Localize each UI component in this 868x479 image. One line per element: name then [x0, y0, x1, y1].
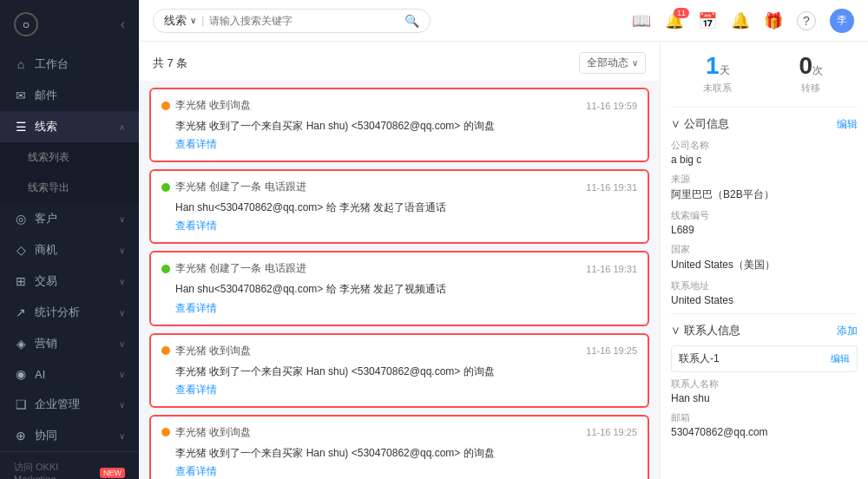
- feed-card: 李光猪 收到询盘 11-16 19:59 李光猪 收到了一个来自买家 Han s…: [149, 88, 649, 162]
- sidebar-item-customers[interactable]: ◎ 客户 ∨: [0, 203, 139, 234]
- calendar-icon-button[interactable]: 📅: [698, 11, 717, 30]
- contact-add-button[interactable]: 添加: [837, 324, 858, 338]
- sidebar-item-ai[interactable]: ◉ AI ∨: [0, 359, 139, 389]
- feed-filter-button[interactable]: 全部动态 ∨: [579, 52, 646, 74]
- sidebar-collapse-button[interactable]: ‹: [121, 16, 125, 32]
- help-icon-button[interactable]: ?: [797, 11, 816, 30]
- sidebar-item-mail[interactable]: ✉ 邮件: [0, 80, 139, 111]
- feed-list: 李光猪 收到询盘 11-16 19:59 李光猪 收到了一个来自买家 Han s…: [139, 81, 660, 479]
- feed-card-header: 李光猪 创建了一条 电话跟进 11-16 19:31: [161, 180, 637, 194]
- contact-section-header: ∨ 联系人信息 添加: [671, 323, 858, 338]
- feed-card-link[interactable]: 查看详情: [175, 301, 217, 316]
- leads-id-row: 线索编号 L689: [671, 209, 858, 236]
- feed-card-header: 李光猪 收到询盘 11-16 19:25: [161, 425, 637, 440]
- search-icon[interactable]: 🔍: [404, 14, 419, 28]
- sidebar-item-leads-list[interactable]: 线索列表: [0, 142, 139, 173]
- company-name-label: 公司名称: [671, 139, 858, 152]
- chevron-down-icon: ∨: [119, 339, 125, 349]
- feed-dot-orange: [161, 346, 170, 355]
- sidebar-item-stats[interactable]: ↗ 统计分析 ∨: [0, 297, 139, 328]
- sidebar-item-transactions[interactable]: ⊞ 交易 ∨: [0, 266, 139, 297]
- marketing-icon: ◈: [14, 337, 28, 351]
- feed-card-link[interactable]: 查看详情: [175, 137, 217, 152]
- stat-transfers-num: 0: [799, 52, 812, 79]
- feed-count: 共 7 条: [153, 56, 187, 71]
- search-type-label: 线索: [164, 13, 187, 29]
- leads-icon: ☰: [14, 120, 28, 134]
- stat-transfers-box: 0次 转移: [765, 52, 858, 95]
- feed-card: 李光猪 创建了一条 电话跟进 11-16 19:31 Han shu<53047…: [149, 169, 649, 244]
- stats-row: 1天 未联系 0次 转移: [671, 52, 858, 95]
- sidebar-item-label: 企业管理: [35, 397, 80, 412]
- feed-card-header: 李光猪 收到询盘 11-16 19:25: [161, 344, 637, 358]
- contact-name-label: 联系人名称: [671, 377, 858, 390]
- feed-card-header: 李光猪 创建了一条 电话跟进 11-16 19:31: [161, 261, 637, 276]
- workbench-icon: ⌂: [14, 57, 28, 71]
- leads-id-value: L689: [671, 224, 858, 236]
- search-bar: 线索 ∨ | 🔍: [153, 9, 431, 33]
- sidebar-item-label: 协同: [35, 428, 57, 443]
- customers-icon: ◎: [14, 212, 28, 226]
- sidebar-item-leads[interactable]: ☰ 线索 ∧: [0, 111, 139, 142]
- feed-card-time: 11-16 19:31: [586, 182, 637, 193]
- sidebar-item-label: 线索导出: [28, 180, 69, 195]
- leads-id-label: 线索编号: [671, 209, 858, 222]
- sidebar-item-marketing[interactable]: ◈ 营销 ∨: [0, 328, 139, 359]
- main-content: 线索 ∨ | 🔍 📖 🔔 11 📅 🔔 🎁 ? 李 共 7 条: [139, 0, 868, 479]
- logo-icon: ○: [14, 12, 38, 36]
- notification-icon-button[interactable]: 🔔 11: [665, 11, 684, 30]
- feed-card-title-text: 李光猪 收到询盘: [175, 98, 251, 113]
- sidebar-logo-area: ○ ‹: [0, 0, 139, 49]
- search-input[interactable]: [209, 15, 399, 27]
- feed-filter-label: 全部动态: [587, 56, 628, 70]
- feed-card-link[interactable]: 查看详情: [175, 383, 217, 397]
- sidebar-item-label: 交易: [35, 273, 57, 289]
- notification-badge: 11: [674, 8, 689, 18]
- gift-icon-button[interactable]: 🎁: [764, 11, 783, 30]
- sidebar-footer-marketing[interactable]: 访问 OKKI Marketing NEW: [14, 461, 125, 479]
- bell-icon-button[interactable]: 🔔: [731, 11, 750, 30]
- sidebar-footer: 访问 OKKI Marketing NEW: [0, 451, 139, 479]
- feed-card-link[interactable]: 查看详情: [175, 219, 217, 233]
- feed-dot-orange: [161, 428, 170, 436]
- country-value: United States（美国）: [671, 258, 858, 272]
- user-avatar[interactable]: 李: [830, 9, 854, 33]
- contact-card-name: 联系人-1: [679, 351, 720, 366]
- feed-card-title-text: 李光猪 收到询盘: [175, 344, 251, 358]
- filter-chevron-icon: ∨: [632, 58, 638, 68]
- sidebar-item-label: 营销: [35, 336, 57, 351]
- feed-card-title: 李光猪 收到询盘: [161, 344, 251, 358]
- search-type-selector[interactable]: 线索 ∨: [164, 13, 196, 29]
- sidebar-item-label: 客户: [35, 211, 57, 226]
- contact-edit-button[interactable]: 编辑: [831, 352, 850, 365]
- contact-name-value: Han shu: [671, 392, 858, 404]
- stat-days-unit: 天: [720, 64, 730, 76]
- sidebar-item-label: AI: [35, 368, 45, 381]
- contact-name-row: 联系人名称 Han shu: [671, 377, 858, 404]
- stat-days-box: 1天 未联系: [671, 52, 765, 95]
- feed-card-time: 11-16 19:59: [586, 101, 637, 111]
- feed-card: 李光猪 收到询盘 11-16 19:25 李光猪 收到了一个来自买家 Han s…: [149, 333, 649, 408]
- country-row: 国家 United States（美国）: [671, 243, 858, 272]
- sidebar-item-leads-export[interactable]: 线索导出: [0, 173, 139, 203]
- contact-email-label: 邮箱: [671, 411, 858, 424]
- contact-email-row: 邮箱 530470862@qq.com: [671, 411, 858, 438]
- sidebar-item-deals[interactable]: ◇ 商机 ∨: [0, 234, 139, 266]
- feed-card-link[interactable]: 查看详情: [175, 464, 217, 479]
- search-divider: |: [201, 14, 204, 27]
- company-edit-button[interactable]: 编辑: [837, 117, 858, 132]
- sidebar-item-workbench[interactable]: ⌂ 工作台: [0, 49, 139, 80]
- address-row: 联系地址 United States: [671, 279, 858, 306]
- feed-card-title: 李光猪 收到询盘: [161, 425, 251, 440]
- sidebar-item-enterprise[interactable]: ❑ 企业管理 ∨: [0, 389, 139, 420]
- company-source-label: 来源: [671, 173, 858, 186]
- sidebar-item-label: 统计分析: [35, 305, 80, 320]
- feed-dot-green: [161, 183, 170, 192]
- feed-card-time: 11-16 19:31: [586, 264, 637, 274]
- address-label: 联系地址: [671, 279, 858, 292]
- sidebar-item-collab[interactable]: ⊕ 协同 ∨: [0, 420, 139, 451]
- right-panel: 1天 未联系 0次 转移 ∨ 公司信息 编辑 公司名称 a big c: [660, 42, 868, 479]
- collab-icon: ⊕: [14, 429, 28, 443]
- stat-transfers-label: 转移: [765, 82, 858, 95]
- book-icon-button[interactable]: 📖: [632, 11, 651, 30]
